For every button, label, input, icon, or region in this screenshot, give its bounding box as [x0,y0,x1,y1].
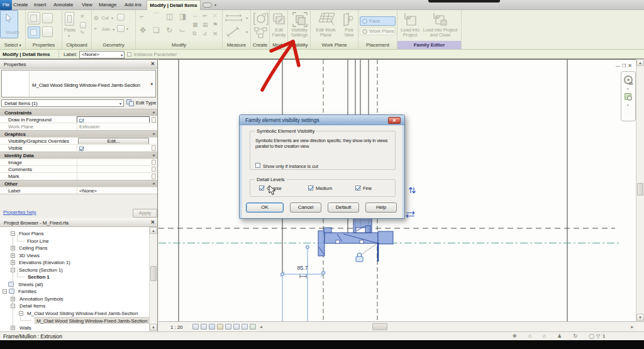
file-menu-button[interactable]: File [0,0,12,10]
collapse-expander-icon[interactable]: − [11,304,15,308]
flip-updown-icon[interactable] [409,187,416,193]
panel-label-select[interactable]: Select ▾ [0,41,25,49]
expand-expander-icon[interactable]: + [11,326,15,330]
flip-leftright-icon[interactable] [406,211,414,218]
collapse-expander-icon[interactable]: − [19,311,23,316]
zoom-tool-icon[interactable] [625,93,631,100]
view-scale[interactable]: 1 : 20 [170,324,182,330]
rotate-icon[interactable]: ↻ [166,28,172,33]
label-select[interactable]: <None> ▾ [79,51,125,58]
sun-path-icon[interactable] [217,324,223,330]
filter-combo[interactable]: Detail Items (1) ▾ [1,99,124,107]
associate-param-box[interactable] [152,145,156,151]
panel-label-measure[interactable]: Measure [223,41,250,49]
tree-families[interactable]: −Families [18,288,36,295]
tree-sheets[interactable]: Sheets (all) [18,281,43,288]
panel-label-placement[interactable]: Placement [358,41,397,49]
family-category-icon[interactable] [42,13,53,23]
visible-checkbox[interactable] [79,147,84,151]
apply-button[interactable]: Apply [133,209,157,218]
pick-new-button[interactable]: Pick New [341,28,357,38]
expand-expander-icon[interactable]: + [11,297,15,301]
work-plane-placement-button[interactable]: Work Plane [360,27,396,35]
panel-label-properties[interactable]: Properties [26,41,62,49]
value-cell-focused[interactable] [77,116,150,123]
properties-help-link[interactable]: Properties help [3,209,36,215]
section-graphics[interactable]: Graphics» [0,130,157,137]
wheel-dropdown-icon[interactable]: ▾ [627,87,628,91]
expand-expander-icon[interactable]: + [11,246,15,250]
tree-section-1[interactable]: Section 1 [28,274,50,280]
wall-joins-icon[interactable] [117,14,125,21]
dimension-value[interactable]: 85.7 [297,265,308,271]
measure2-dropdown-icon[interactable]: ▾ [246,30,248,34]
tree-annotation-symbols[interactable]: +Annotation Symbols [19,296,63,302]
project-browser-close-icon[interactable]: ✕ [150,219,155,225]
tab-insert[interactable]: Insert [34,0,46,10]
row-label[interactable]: Label <None> [0,187,157,194]
tree-ceiling-plans[interactable]: +Ceiling Plans [19,245,47,252]
associate-param-box[interactable] [152,174,156,179]
scroll-thumb[interactable] [150,266,157,281]
split-element-icon[interactable]: ▦ [192,22,197,28]
scroll-up-icon[interactable]: ▲ [636,59,644,66]
modify-tool-button[interactable]: Modify [0,10,18,38]
load-into-project-button[interactable]: Load into Project [397,28,423,38]
edit-work-plane-button[interactable]: Edit Work Plane [312,28,340,38]
cut-to-clipboard-icon[interactable]: ✕ [80,14,84,19]
copy-to-clipboard-icon[interactable] [80,22,86,28]
paste-icon[interactable] [65,12,74,26]
panel-label-modify[interactable]: Modify [136,41,222,49]
associate-param-box[interactable] [152,167,156,172]
trim-corner-icon[interactable]: ⇔ [192,13,198,19]
tree-3d-views[interactable]: +3D Views [19,252,40,259]
default-button[interactable]: Default [328,202,359,213]
face-placement-button[interactable]: Face [360,16,396,26]
collapse-expander-icon[interactable]: − [3,289,7,294]
scroll-up-icon[interactable]: ▲ [150,227,157,234]
vertical-scrollbar[interactable]: ▲ ▼ [636,59,644,321]
split-gap-icon[interactable]: ▤ [203,22,208,28]
help-button[interactable]: Help [365,202,397,213]
tab-view[interactable]: View [82,0,92,10]
offset-icon[interactable]: ⌒ [153,14,160,19]
delete-inner-icon[interactable]: ⤫ [213,13,217,19]
load-into-project-icon[interactable] [403,13,417,26]
dialog-title-bar[interactable]: Family element visibility settings ✕ [240,115,404,125]
tree-detail-items[interactable]: −Detail Items [19,302,45,309]
detail-level-icon[interactable] [201,324,207,330]
edit-type-button[interactable]: Edit Type [136,100,156,106]
coarse-checkbox[interactable] [259,186,264,191]
row-visible[interactable]: Visible [0,144,157,151]
project-browser-title-bar[interactable]: Project Browser - M_Fixed.rfa ✕ [0,218,157,227]
visual-style-icon[interactable] [209,324,215,330]
show-only-if-cut-checkbox[interactable] [255,163,260,168]
edit-family-icon[interactable] [272,13,286,26]
properties-close-icon[interactable]: ✕ [150,61,155,67]
section-identity-data[interactable]: Identity Data» [0,152,157,158]
dialog-close-button[interactable]: ✕ [388,117,401,124]
component-icon[interactable] [253,12,269,26]
delete-icon[interactable]: ✕ [213,31,218,36]
properties-toggle-icon[interactable] [28,26,40,38]
tab-add-ins[interactable]: Add-Ins [125,0,142,10]
mirror-draw-axis-icon[interactable]: ◨ [179,14,186,19]
panel-label-work-plane[interactable]: Work Plane [311,41,358,49]
tree-family-type-selected[interactable]: M_Clad Wood Sliding Window-Fixed Jamb-Se… [35,317,149,324]
row-work-plane[interactable]: Work Plane Extrusion [0,123,157,130]
beam-joins-icon[interactable] [117,25,125,32]
ok-button[interactable]: OK [246,202,284,213]
tab-create[interactable]: Create [13,0,28,10]
scroll-down-icon[interactable]: ▼ [150,324,157,331]
medium-checkbox[interactable] [308,186,313,191]
paste-dropdown-icon[interactable]: ▾ [68,34,70,38]
fine-checkbox[interactable] [355,186,360,191]
tree-family-type-parent[interactable]: −M_Clad Wood Sliding Window-Fixed Jamb-S… [27,310,138,317]
panel-label-geometry[interactable]: Geometry [92,41,135,49]
geometry-more-dropdown-icon[interactable]: ▾ [126,27,128,31]
type-selector-dropdown-icon[interactable]: ▾ [151,82,153,87]
tree-floor-line[interactable]: Floor Line [27,238,49,245]
row-draw-in-foreground[interactable]: Draw in Foreground [0,116,157,123]
tree-walls[interactable]: +Walls [19,324,31,331]
measure-between-refs-icon[interactable] [225,14,244,22]
